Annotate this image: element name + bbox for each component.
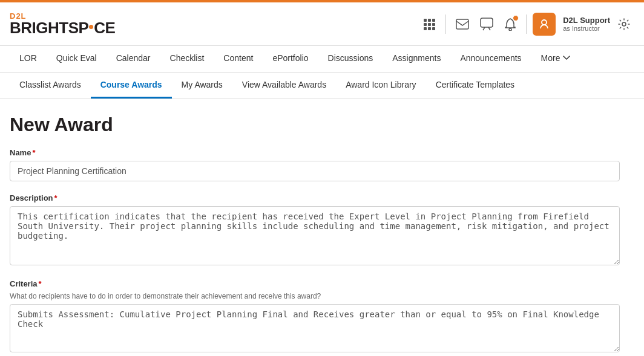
bell-icon <box>504 18 516 31</box>
tab-view-available-awards[interactable]: View Available Awards <box>232 73 336 99</box>
notifications-button[interactable] <box>501 14 520 34</box>
nav-item-discussions[interactable]: Discussions <box>318 46 383 72</box>
svg-rect-0 <box>424 19 427 22</box>
tab-course-awards[interactable]: Course Awards <box>91 73 172 99</box>
settings-button[interactable] <box>614 14 634 34</box>
svg-rect-3 <box>424 23 427 26</box>
name-label: Name* <box>10 148 620 157</box>
svg-point-13 <box>622 22 626 26</box>
svg-rect-6 <box>424 27 427 30</box>
tab-classlist-awards[interactable]: Classlist Awards <box>10 73 91 99</box>
nav-item-lor[interactable]: LOR <box>10 46 47 72</box>
tabs-bar: Classlist Awards Course Awards My Awards… <box>0 73 644 99</box>
nav-item-more[interactable]: More <box>531 46 580 72</box>
apps-icon <box>422 18 436 31</box>
nav-item-quick-eval[interactable]: Quick Eval <box>47 46 107 72</box>
gear-icon <box>617 18 631 31</box>
tab-award-icon-library[interactable]: Award Icon Library <box>336 73 426 99</box>
chat-icon <box>480 18 493 31</box>
apps-button[interactable] <box>419 14 439 34</box>
svg-rect-1 <box>428 19 431 22</box>
divider-2 <box>526 15 527 34</box>
name-field-group: Name* <box>10 148 620 181</box>
svg-rect-10 <box>481 18 493 27</box>
avatar <box>533 13 556 36</box>
criteria-label: Criteria* <box>10 279 620 288</box>
svg-point-11 <box>509 28 511 31</box>
nav-item-checklist[interactable]: Checklist <box>160 46 214 72</box>
description-textarea[interactable]: This certification indicates that the re… <box>10 206 620 265</box>
user-role: as Instructor <box>563 25 610 32</box>
page-title: New Award <box>10 114 620 136</box>
svg-rect-8 <box>432 27 435 30</box>
tab-certificate-templates[interactable]: Certificate Templates <box>426 73 524 99</box>
tab-my-awards[interactable]: My Awards <box>172 73 232 99</box>
criteria-field-group: Criteria* What do recipients have to do … <box>10 279 620 354</box>
email-button[interactable] <box>452 15 473 33</box>
main-content: New Award Name* Description* This certif… <box>0 99 629 356</box>
chat-button[interactable] <box>476 14 497 34</box>
name-input[interactable] <box>10 161 620 181</box>
nav-item-calendar[interactable]: Calendar <box>107 46 160 72</box>
nav-bar: LOR Quick Eval Calendar Checklist Conten… <box>0 46 644 73</box>
nav-item-assignments[interactable]: Assignments <box>383 46 450 72</box>
description-label: Description* <box>10 193 620 202</box>
header: D2L BRIGHTSPCE <box>0 2 644 46</box>
user-info: D2L Support as Instructor <box>563 16 610 32</box>
logo[interactable]: D2L BRIGHTSPCE <box>10 12 115 36</box>
header-right: D2L Support as Instructor <box>419 13 634 36</box>
svg-rect-9 <box>456 19 468 29</box>
svg-rect-2 <box>432 19 435 22</box>
chevron-down-icon <box>563 56 570 60</box>
svg-rect-5 <box>432 23 435 26</box>
description-field-group: Description* This certification indicate… <box>10 193 620 267</box>
divider-1 <box>445 15 446 34</box>
logo-dot <box>89 25 93 29</box>
criteria-textarea[interactable]: Submits Assessment: Cumulative Project P… <box>10 304 620 352</box>
logo-brightspace: BRIGHTSPCE <box>10 20 115 36</box>
user-avatar-icon <box>537 18 551 31</box>
nav-item-content[interactable]: Content <box>214 46 263 72</box>
svg-rect-7 <box>428 27 431 30</box>
nav-item-eportfolio[interactable]: ePortfolio <box>263 46 318 72</box>
svg-rect-4 <box>428 23 431 26</box>
svg-point-12 <box>542 20 547 25</box>
email-icon <box>456 19 469 30</box>
nav-item-announcements[interactable]: Announcements <box>450 46 531 72</box>
criteria-hint: What do recipients have to do in order t… <box>10 292 620 300</box>
user-name: D2L Support <box>563 16 610 25</box>
